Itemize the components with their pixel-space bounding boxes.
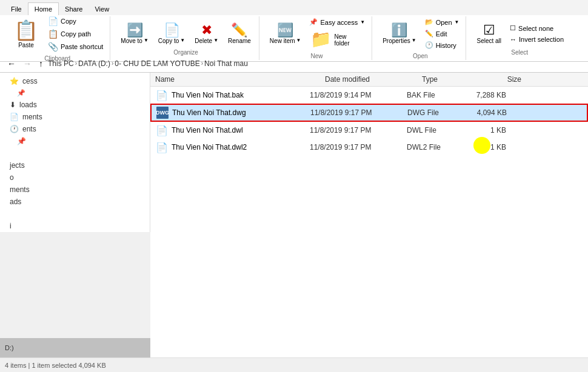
rename-label: Rename — [228, 38, 251, 44]
tab-home[interactable]: Home — [28, 2, 59, 16]
new-label: New — [310, 53, 322, 59]
select-none-icon: ☐ — [510, 24, 516, 32]
copy-label: Copy — [61, 18, 76, 25]
select-all-label: Select all — [476, 38, 501, 44]
open-label: Open — [436, 19, 452, 26]
table-row[interactable]: 📄 Thu Vien Noi That.dwl2 11/8/2019 9:17 … — [150, 139, 588, 156]
select-all-icon: ☑ — [483, 24, 495, 37]
access-icon: ⭐ — [10, 77, 19, 85]
history-label: History — [436, 42, 456, 49]
paste-icon: 📋 — [14, 19, 38, 42]
tab-share[interactable]: Share — [59, 2, 89, 15]
easy-access-icon: 📌 — [309, 18, 318, 26]
file-icon-bak: 📄 — [156, 89, 168, 101]
col-name-header[interactable]: Name — [155, 75, 325, 84]
new-folder-button[interactable]: 📁 Newfolder — [306, 28, 368, 50]
paste-shortcut-icon: 📎 — [48, 42, 58, 51]
file-type-bak: BAK File — [407, 91, 467, 99]
properties-icon: ℹ️ — [391, 24, 407, 37]
sidebar-item-documents[interactable]: 📄 ments — [0, 111, 150, 123]
properties-button[interactable]: ℹ️ Properties ▼ — [378, 21, 421, 47]
sidebar-item-ads[interactable]: ads — [0, 196, 150, 208]
delete-button[interactable]: ✖ Delete ▼ — [190, 21, 222, 47]
open-button[interactable]: 📂 Open ▼ — [422, 17, 463, 27]
sidebar-wrapper: ⭐ cess 📌 ⬇ loads 📄 ments 🕐 ents 📌 — [0, 73, 150, 357]
jects-label: jects — [10, 161, 25, 170]
easy-access-button[interactable]: 📌 Easy access ▼ — [306, 17, 368, 27]
path-this-pc[interactable]: This PC — [48, 59, 74, 68]
file-list: Name Date modified Type Size 📄 Thu Vien … — [150, 73, 588, 357]
sidebar-item-pin2[interactable]: 📌 — [0, 135, 150, 147]
path-noi-that[interactable]: Noi That mau — [204, 59, 248, 68]
sidebar-item-bottom-i[interactable]: i — [0, 220, 150, 232]
tab-file[interactable]: File — [5, 2, 28, 15]
ribbon: File Home Share View 📋 Paste 📄 Copy 📋 — [0, 0, 588, 55]
table-row[interactable]: 📄 Thu Vien Noi That.dwl 11/8/2019 9:17 P… — [150, 122, 588, 139]
paste-button[interactable]: 📋 Paste — [8, 16, 44, 51]
edit-label: Edit — [436, 30, 447, 38]
status-text: 4 items | 1 item selected 4,094 KB — [5, 362, 106, 369]
path-chu-de[interactable]: 0- CHU DE LAM YOTUBE — [115, 59, 199, 68]
address-path[interactable]: This PC › DATA (D:) › 0- CHU DE LAM YOTU… — [48, 59, 583, 68]
invert-icon: ↔ — [510, 36, 516, 43]
path-data-d[interactable]: DATA (D:) — [78, 59, 110, 68]
rename-button[interactable]: ✏️ Rename — [224, 21, 255, 47]
col-size-header[interactable]: Size — [483, 75, 531, 84]
easy-access-label: Easy access — [320, 19, 358, 26]
file-size-dwg: 4,094 KB — [468, 108, 516, 117]
copy-path-label: Copy path — [61, 30, 91, 38]
paste-shortcut-button[interactable]: 📎 Paste shortcut — [45, 41, 106, 53]
file-date-dwg: 11/8/2019 9:17 PM — [310, 108, 407, 117]
open-icon: 📂 — [425, 18, 433, 26]
loads-icon: ⬇ — [10, 101, 16, 109]
edit-button[interactable]: ✏️ Edit — [422, 28, 463, 39]
copy-path-button[interactable]: 📋 Copy path — [45, 28, 106, 40]
copy-path-icon: 📋 — [48, 29, 58, 39]
select-all-button[interactable]: ☑ Select all — [472, 21, 506, 47]
file-size-dwl2: 1 KB — [467, 143, 516, 151]
new-item-button[interactable]: 🆕 New item ▼ — [266, 21, 306, 47]
ribbon-tab-bar: File Home Share View — [0, 2, 588, 15]
file-size-dwl: 1 KB — [467, 126, 516, 135]
invert-selection-button[interactable]: ↔ Invert selection — [507, 35, 567, 44]
select-none-button[interactable]: ☐ Select none — [507, 23, 567, 33]
file-name-dwl2: Thu Vien Noi That.dwl2 — [172, 143, 247, 151]
copy-button[interactable]: 📄 Copy — [45, 15, 106, 27]
edit-icon: ✏️ — [425, 30, 433, 38]
table-row[interactable]: 📄 Thu Vien Noi That.bak 11/8/2019 9:14 P… — [150, 87, 588, 104]
copy-to-button[interactable]: 📄 Copy to ▼ — [154, 21, 189, 47]
sidebar-item-ents[interactable]: 🕐 ents — [0, 123, 150, 135]
invert-label: Invert selection — [519, 36, 564, 43]
documents-label: ments — [22, 113, 42, 121]
sidebar-item-pin1[interactable]: 📌 — [0, 87, 150, 99]
history-button[interactable]: 🕐 History — [422, 40, 463, 50]
organize-label: Organize — [173, 49, 198, 56]
file-name-bak: Thu Vien Noi That.bak — [172, 91, 244, 99]
file-name-dwg: Thu Vien Noi That.dwg — [172, 108, 246, 117]
file-date-bak: 11/8/2019 9:14 PM — [310, 91, 407, 99]
sidebar-bottom[interactable]: D:) — [0, 338, 150, 357]
copy-to-icon: 📄 — [164, 24, 180, 37]
table-row[interactable]: DWG Thu Vien Noi That.dwg 11/8/2019 9:17… — [150, 104, 588, 122]
forward-button[interactable]: → — [21, 58, 34, 70]
tab-view[interactable]: View — [89, 2, 115, 15]
back-button[interactable]: ← — [5, 58, 18, 70]
loads-label: loads — [19, 101, 37, 109]
new-folder-label: Newfolder — [334, 33, 349, 47]
sidebar-item-o[interactable]: o — [0, 171, 150, 184]
col-date-header[interactable]: Date modified — [325, 75, 422, 84]
documents-icon: 📄 — [10, 113, 19, 121]
sidebar-item-jects[interactable]: jects — [0, 159, 150, 171]
col-type-header[interactable]: Type — [422, 75, 483, 84]
sidebar-item-ments2[interactable]: ments — [0, 184, 150, 196]
move-to-icon: ➡️ — [127, 24, 143, 37]
sidebar: ⭐ cess 📌 ⬇ loads 📄 ments 🕐 ents 📌 — [0, 73, 150, 232]
file-icon-dwl: 📄 — [156, 124, 168, 136]
sidebar-item-loads[interactable]: ⬇ loads — [0, 99, 150, 111]
rename-icon: ✏️ — [231, 24, 247, 37]
history-icon: 🕐 — [425, 41, 433, 49]
sidebar-item-access[interactable]: ⭐ cess — [0, 75, 150, 87]
up-button[interactable]: ↑ — [36, 58, 45, 70]
move-to-button[interactable]: ➡️ Move to ▼ — [116, 21, 153, 47]
file-date-dwl2: 11/8/2019 9:17 PM — [310, 143, 407, 151]
